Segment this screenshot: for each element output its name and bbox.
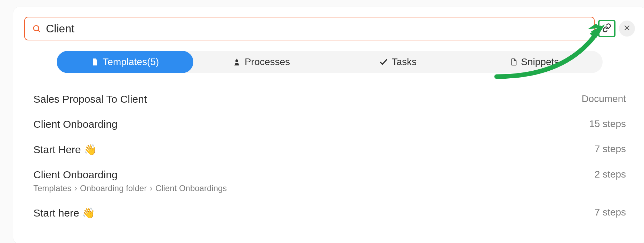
result-left: Sales Proposal To Client: [33, 93, 147, 105]
templates-icon: [91, 58, 99, 66]
result-left: Client OnboardingTemplates›Onboarding fo…: [33, 169, 227, 194]
tab-processes[interactable]: Processes: [193, 51, 330, 73]
close-icon: [623, 24, 630, 33]
processes-icon: [233, 58, 241, 66]
link-icon: [602, 23, 611, 34]
result-row[interactable]: Client Onboarding15 steps: [33, 112, 626, 137]
results-list: Sales Proposal To ClientDocumentClient O…: [24, 87, 635, 226]
result-title: Client Onboarding: [33, 169, 227, 181]
result-title: Client Onboarding: [33, 118, 118, 130]
result-meta: 2 steps: [595, 169, 626, 180]
tab-label: Processes: [244, 56, 290, 68]
result-meta: 7 steps: [595, 207, 626, 218]
tab-tasks[interactable]: Tasks: [330, 51, 466, 73]
breadcrumb: Templates›Onboarding folder›Client Onboa…: [33, 183, 227, 194]
result-meta: Document: [581, 93, 626, 104]
copy-link-button[interactable]: [598, 20, 615, 37]
result-row[interactable]: Start Here 👋7 steps: [33, 137, 626, 163]
search-icon: [32, 24, 41, 33]
result-row[interactable]: Start here 👋7 steps: [33, 201, 626, 226]
tab-label: Tasks: [392, 56, 417, 68]
snippets-icon: [510, 58, 517, 66]
tab-snippets[interactable]: Snippets: [466, 51, 603, 73]
result-title: Sales Proposal To Client: [33, 93, 147, 105]
result-title: Start Here 👋: [33, 143, 97, 156]
result-left: Start here 👋: [33, 207, 95, 219]
svg-marker-4: [96, 58, 97, 60]
close-button[interactable]: [619, 21, 635, 37]
result-left: Client Onboarding: [33, 118, 118, 130]
result-left: Start Here 👋: [33, 143, 97, 156]
search-input[interactable]: [46, 22, 587, 35]
tab-label: Templates(5): [103, 56, 159, 68]
breadcrumb-segment: Onboarding folder: [80, 183, 147, 193]
search-panel: Templates(5)ProcessesTasksSnippets Sales…: [13, 7, 644, 243]
chevron-right-icon: ›: [150, 183, 153, 194]
tab-label: Snippets: [521, 56, 559, 68]
tasks-icon: [379, 57, 388, 66]
breadcrumb-segment: Client Onboardings: [155, 183, 227, 193]
search-box[interactable]: [24, 17, 595, 40]
search-row: [24, 17, 635, 40]
result-meta: 15 steps: [589, 118, 626, 130]
tabs: Templates(5)ProcessesTasksSnippets: [57, 51, 603, 73]
result-row[interactable]: Sales Proposal To ClientDocument: [33, 87, 626, 112]
svg-line-1: [38, 30, 40, 32]
tab-templates[interactable]: Templates(5): [57, 51, 193, 73]
chevron-right-icon: ›: [74, 183, 77, 194]
breadcrumb-segment: Templates: [33, 183, 71, 193]
result-row[interactable]: Client OnboardingTemplates›Onboarding fo…: [33, 163, 626, 201]
result-meta: 7 steps: [595, 143, 626, 155]
result-title: Start here 👋: [33, 207, 95, 219]
